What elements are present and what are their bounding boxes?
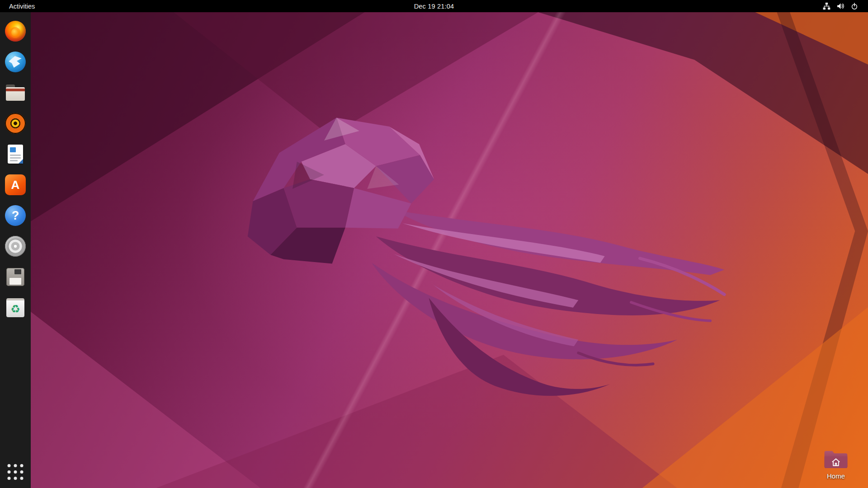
jellyfish-tentacles xyxy=(372,210,724,396)
power-icon xyxy=(851,3,858,10)
desktop-wallpaper xyxy=(0,12,868,488)
clock-button[interactable]: Dec 19 21:04 xyxy=(409,2,460,11)
floppy-icon xyxy=(5,267,26,287)
disc-icon xyxy=(5,236,26,257)
volume-icon xyxy=(837,2,844,10)
thunderbird-icon xyxy=(5,52,26,72)
dock-item-rhythmbox[interactable] xyxy=(5,113,26,134)
dock-item-firefox[interactable] xyxy=(5,21,26,42)
top-bar: Activities Dec 19 21:04 xyxy=(0,0,868,12)
dock-item-files[interactable] xyxy=(5,82,26,103)
show-apps-grid-icon xyxy=(8,464,11,467)
dock-item-app-center[interactable]: A xyxy=(5,174,26,195)
firefox-icon xyxy=(5,21,26,42)
dock: A ? ♻ xyxy=(0,12,31,488)
dock-item-thunderbird[interactable] xyxy=(5,52,26,72)
dock-item-help[interactable]: ? xyxy=(5,205,26,226)
dock-item-disc[interactable] xyxy=(5,236,26,257)
home-folder-shortcut[interactable]: Home xyxy=(816,448,856,480)
rhythmbox-icon xyxy=(5,113,26,134)
jellyfish-bell xyxy=(248,118,434,264)
app-center-icon: A xyxy=(5,174,26,195)
jellyfish-wallpaper-art xyxy=(244,109,728,401)
libreoffice-writer-icon xyxy=(5,144,26,164)
home-folder-icon xyxy=(823,448,849,470)
dock-item-recycle[interactable]: ♻ xyxy=(5,297,26,318)
help-icon: ? xyxy=(5,205,26,226)
dock-item-libreoffice-writer[interactable] xyxy=(5,144,26,164)
dock-item-floppy[interactable] xyxy=(5,267,26,287)
system-tray[interactable] xyxy=(819,1,862,11)
show-apps-button[interactable] xyxy=(5,461,26,483)
home-folder-label: Home xyxy=(827,472,845,480)
files-icon xyxy=(5,82,26,103)
activities-button[interactable]: Activities xyxy=(5,2,39,11)
network-icon xyxy=(823,2,830,10)
recycle-icon: ♻ xyxy=(5,297,26,318)
